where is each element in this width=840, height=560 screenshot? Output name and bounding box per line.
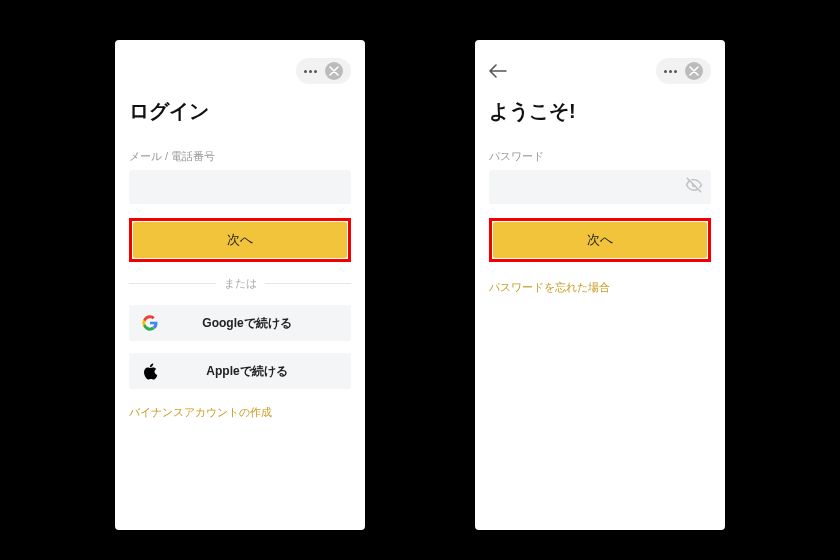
login-screen: ログイン メール / 電話番号 次へ または Googleで続ける Appleで…: [115, 40, 365, 530]
more-icon[interactable]: [304, 70, 317, 73]
page-title: ログイン: [129, 98, 351, 125]
divider-line-right: [265, 283, 352, 284]
welcome-screen: ようこそ! パスワード 次へ パスワードを忘れた場合: [475, 40, 725, 530]
password-field[interactable]: [497, 170, 685, 204]
top-controls: [656, 58, 711, 84]
top-bar: [129, 58, 351, 84]
close-icon[interactable]: [325, 62, 343, 80]
next-button[interactable]: 次へ: [493, 222, 707, 258]
password-field-label: パスワード: [489, 149, 711, 164]
page-title: ようこそ!: [489, 98, 711, 125]
apple-button-label: Appleで続ける: [155, 363, 339, 380]
more-icon[interactable]: [664, 70, 677, 73]
forgot-password-link[interactable]: パスワードを忘れた場合: [489, 280, 610, 295]
divider-line-left: [129, 283, 216, 284]
create-account-link[interactable]: バイナンスアカウントの作成: [129, 405, 272, 420]
password-input-wrap[interactable]: [489, 170, 711, 204]
email-field[interactable]: [137, 170, 343, 204]
top-controls: [296, 58, 351, 84]
eye-off-icon[interactable]: [685, 176, 703, 198]
or-divider: または: [129, 276, 351, 291]
highlight-frame: 次へ: [129, 218, 351, 262]
google-continue-button[interactable]: Googleで続ける: [129, 305, 351, 341]
highlight-frame: 次へ: [489, 218, 711, 262]
apple-continue-button[interactable]: Appleで続ける: [129, 353, 351, 389]
next-button[interactable]: 次へ: [133, 222, 347, 258]
email-input-wrap[interactable]: [129, 170, 351, 204]
back-arrow-icon[interactable]: [489, 64, 507, 78]
top-bar: [489, 58, 711, 84]
google-button-label: Googleで続ける: [155, 315, 339, 332]
email-field-label: メール / 電話番号: [129, 149, 351, 164]
divider-text: または: [224, 276, 257, 291]
close-icon[interactable]: [685, 62, 703, 80]
